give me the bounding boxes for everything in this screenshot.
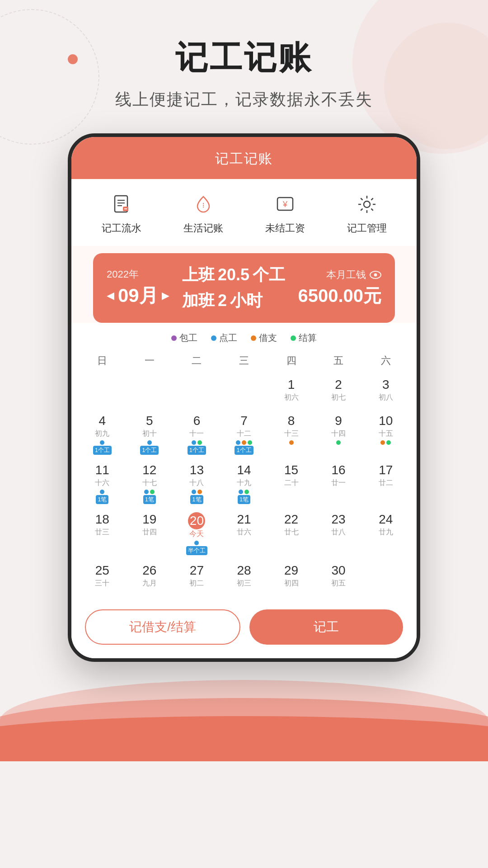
calendar-day-cell[interactable]: 7十二1个工: [221, 410, 268, 459]
work-days-unit: 个工: [253, 265, 285, 284]
work-days-label: 上班: [182, 265, 215, 284]
calendar-day-cell[interactable]: 6十一1个工: [173, 410, 221, 459]
calendar-day-cell[interactable]: 11十六1笔: [79, 459, 126, 509]
calendar-grid[interactable]: 1初六2初七3初八4初九1个工5初十1个工6十一1个工7十二1个工8十三9十四1…: [79, 374, 409, 596]
cal-lunar-text: 十七: [142, 478, 157, 488]
cal-lunar-text: 廿八: [331, 528, 346, 537]
phone-mockup: 记工记账 记工流水: [68, 133, 420, 662]
cal-lunar-text: 十一: [189, 429, 204, 439]
wage-icon: ¥: [272, 192, 298, 217]
calendar-day-cell[interactable]: 3初八: [362, 374, 409, 410]
cal-date-number: 17: [379, 463, 393, 477]
cal-dot: [197, 490, 202, 494]
calendar-day-cell[interactable]: 15二十: [267, 459, 315, 509]
calendar-day-cell[interactable]: 21廿六: [221, 509, 268, 560]
cal-lunar-text: 初二: [189, 579, 204, 588]
next-month-btn[interactable]: ▶: [162, 290, 169, 302]
calendar-day-cell[interactable]: 17廿二: [362, 459, 409, 509]
cal-lunar-text: 今天: [189, 529, 204, 539]
cal-date-number: 8: [288, 414, 295, 428]
calendar-day-cell[interactable]: 4初九1个工: [79, 410, 126, 459]
overtime-label: 加班: [182, 291, 215, 310]
prev-month-btn[interactable]: ◀: [107, 290, 114, 302]
svg-point-9: [364, 201, 370, 208]
cal-date-number: 5: [146, 414, 153, 428]
calendar-day-cell[interactable]: 16廿一: [315, 459, 362, 509]
cal-date-number: 28: [237, 563, 251, 578]
calendar-day-cell[interactable]: 29初四: [267, 560, 315, 596]
calendar-day-cell[interactable]: 12十七1笔: [126, 459, 174, 509]
cal-date-number: 6: [193, 414, 201, 428]
cal-dot: [289, 440, 294, 445]
calendar-day-cell[interactable]: 20今天半个工: [173, 509, 221, 560]
calendar-day-cell[interactable]: 27初二: [173, 560, 221, 596]
calendar-day-cell[interactable]: 19廿四: [126, 509, 174, 560]
cal-dots-row: [380, 440, 391, 445]
cal-dot: [100, 490, 104, 494]
cal-lunar-text: 初八: [379, 393, 393, 402]
calendar-section: 包工 点工 借支 结算 日一二三四五六: [71, 323, 417, 600]
menu-item-mgmt[interactable]: 记工管理: [347, 192, 387, 235]
cal-dots-row: [192, 490, 202, 494]
calendar-day-cell[interactable]: 26九月: [126, 560, 174, 596]
legend-dot-bao: [171, 335, 177, 341]
cal-tag: 1个工: [140, 446, 159, 455]
menu-label-wage: 未结工资: [265, 222, 305, 235]
wave3: [0, 716, 488, 761]
calendar-day-cell[interactable]: 2初七: [315, 374, 362, 410]
menu-label-flow: 记工流水: [102, 222, 141, 235]
phone-title: 记工记账: [71, 150, 417, 168]
cal-dot: [100, 440, 104, 445]
calendar-day-cell[interactable]: 5初十1个工: [126, 410, 174, 459]
calendar-day-cell[interactable]: 22廿七: [267, 509, 315, 560]
borrow-settle-btn[interactable]: 记借支/结算: [85, 609, 240, 645]
calendar-day-cell[interactable]: 23廿八: [315, 509, 362, 560]
cal-lunar-text: 廿六: [237, 528, 251, 537]
cal-date-number: 25: [95, 563, 109, 578]
calendar-day-cell[interactable]: 8十三: [267, 410, 315, 459]
calendar-day-cell[interactable]: 9十四: [315, 410, 362, 459]
cal-dots-row: [239, 490, 249, 494]
cal-lunar-text: 二十: [284, 478, 299, 488]
cal-date-number: 14: [237, 463, 251, 477]
calendar-day-cell[interactable]: 13十八1笔: [173, 459, 221, 509]
stats-card: 2022年 ◀ 09月 ▶ 上班 20.5 个工: [93, 253, 395, 323]
cal-dot: [236, 440, 240, 445]
cal-lunar-text: 廿九: [379, 528, 393, 537]
record-work-btn[interactable]: 记工: [249, 609, 403, 645]
cal-dot: [239, 490, 243, 494]
calendar-day-cell[interactable]: 14十九1笔: [221, 459, 268, 509]
calendar-day-cell[interactable]: 1初六: [267, 374, 315, 410]
svg-point-11: [374, 273, 377, 276]
cal-dots-row: [100, 440, 104, 445]
cal-tag: 1笔: [143, 495, 156, 504]
cal-tag: 1个工: [93, 446, 112, 455]
menu-item-life[interactable]: 生活记账: [183, 192, 223, 235]
cal-dots-row: [194, 541, 199, 545]
cal-dot: [386, 440, 391, 445]
cal-dot: [192, 490, 196, 494]
cal-dots-row: [144, 490, 155, 494]
eye-icon: [370, 271, 381, 279]
cal-lunar-text: 廿三: [95, 528, 109, 537]
calendar-day-cell[interactable]: 25三十: [79, 560, 126, 596]
cal-lunar-text: 廿七: [284, 528, 299, 537]
cal-dot: [150, 490, 155, 494]
calendar-day-cell[interactable]: 28初三: [221, 560, 268, 596]
menu-item-flow[interactable]: 记工流水: [102, 192, 141, 235]
legend-jiesuan: 结算: [291, 332, 317, 344]
cal-date-number: 9: [335, 414, 342, 428]
flow-icon: [109, 192, 134, 217]
calendar-day-cell[interactable]: 10十五: [362, 410, 409, 459]
calendar-day-cell[interactable]: 30初五: [315, 560, 362, 596]
cal-lunar-text: 九月: [142, 579, 157, 588]
menu-item-wage[interactable]: ¥ 未结工资: [265, 192, 305, 235]
calendar-day-cell[interactable]: 24廿九: [362, 509, 409, 560]
cal-lunar-text: 十二: [237, 429, 251, 439]
cal-header-cell: 日: [79, 351, 126, 370]
app-subtitle: 线上便捷记工，记录数据永不丢失: [0, 89, 488, 111]
cal-date-number: 12: [142, 463, 156, 477]
cal-lunar-text: 十三: [284, 429, 299, 439]
cal-tag: 1笔: [238, 495, 250, 504]
calendar-day-cell[interactable]: 18廿三: [79, 509, 126, 560]
